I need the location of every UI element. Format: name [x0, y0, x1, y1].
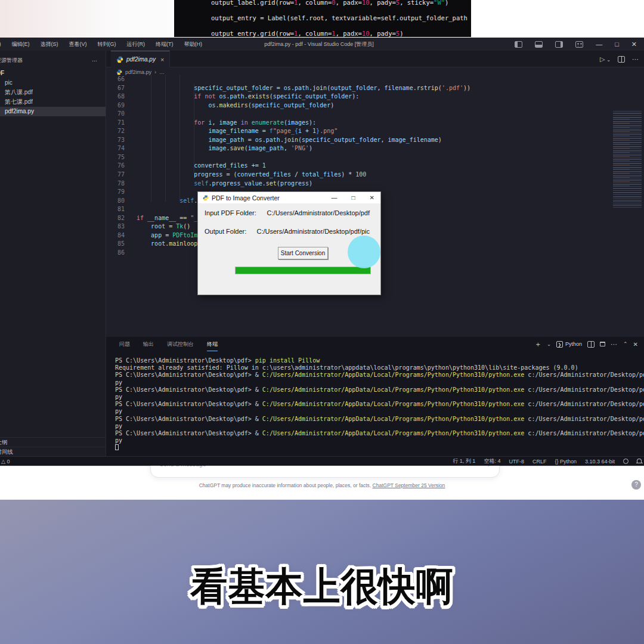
status-item[interactable]: 3.10.3 64-bit: [585, 459, 615, 465]
chatgpt-version-link[interactable]: ChatGPT September 25 Version: [373, 482, 445, 488]
help-button[interactable]: ?: [631, 480, 641, 490]
close-button[interactable]: ✕: [631, 41, 637, 48]
file-item-pdf2ima.py[interactable]: pdf2ima.py: [0, 107, 106, 116]
customize-layout-icon[interactable]: [575, 41, 583, 48]
maximize-button[interactable]: □: [615, 41, 619, 48]
status-item[interactable]: UTF-8: [509, 459, 524, 465]
menu-item[interactable]: 转到(G): [94, 41, 120, 48]
tab-pdf2ima[interactable]: pdf2ima.py ×: [111, 51, 170, 67]
code-line: 73 image_path = os.path.join(specific_ou…: [106, 136, 644, 145]
panel-tab-1[interactable]: 输出: [143, 337, 154, 351]
shell-icon: ❯: [556, 341, 563, 348]
tab-close-icon[interactable]: ×: [160, 56, 164, 63]
minimize-button[interactable]: —: [596, 41, 602, 48]
indent-guide: [151, 75, 151, 202]
file-item-pic[interactable]: pic: [0, 78, 106, 88]
terminal-dropdown-icon[interactable]: ⌄: [547, 342, 551, 347]
python-icon: [116, 69, 122, 75]
panel-tab-0[interactable]: 问题: [119, 337, 130, 351]
dialog-minimize-icon[interactable]: —: [332, 194, 338, 201]
feedback-icon[interactable]: [623, 459, 628, 464]
menu-item[interactable]: 选择(S): [36, 41, 63, 48]
dialog-close-icon[interactable]: ✕: [370, 194, 374, 201]
terminal-output[interactable]: PS C:\Users\Administrator\Desktop\pdf> p…: [115, 357, 644, 456]
split-terminal-icon[interactable]: [587, 341, 595, 348]
file-item-第八课.pdf[interactable]: 第八课.pdf: [0, 88, 106, 97]
code-line: 69 os.makedirs(specific_output_folder): [106, 101, 644, 110]
toggle-sidebar-icon[interactable]: [515, 41, 522, 48]
code-line: 78 self.progress_value.set(progress): [106, 179, 644, 188]
panel-tab-2[interactable]: 调试控制台: [167, 337, 194, 351]
video-background: 看基本上很快啊: [0, 500, 644, 644]
terminal-line: py: [115, 423, 644, 430]
terminal-line: PS C:\Users\Administrator\Desktop\pdf> &…: [115, 386, 644, 394]
start-conversion-button[interactable]: Start Conversion: [278, 247, 328, 259]
split-editor-icon[interactable]: [618, 56, 625, 63]
terminal-profile[interactable]: ❯ Python: [556, 341, 582, 348]
chatgpt-disclaimer: ChatGPT may produce inaccurate informati…: [0, 482, 644, 488]
panel-more-actions-icon[interactable]: ⋯: [611, 340, 618, 348]
menu-item[interactable]: 文件(F): [0, 41, 5, 48]
timeline-section[interactable]: ›时间线: [0, 447, 106, 456]
dialog-titlebar[interactable]: PDF to Image Converter — □ ✕: [198, 192, 380, 203]
python-icon: [116, 56, 123, 63]
code-line: 71 for i, image in enumerate(images):: [106, 119, 644, 128]
terminal-line: PS C:\Users\Administrator\Desktop\pdf> p…: [115, 357, 644, 364]
menu-item[interactable]: 运行(R): [123, 41, 150, 48]
status-item[interactable]: {} Python: [555, 459, 577, 465]
tab-label: pdf2ima.py: [126, 56, 156, 63]
new-terminal-icon[interactable]: ＋: [534, 339, 541, 349]
titlebar-controls: — □ ✕: [515, 38, 644, 51]
explorer-sidebar: 资源管理器 ⋯ PDF pic第八课.pdf第七课.pdfpdf2ima.py …: [0, 51, 106, 456]
dialog-row-value: C:/Users/Administrator/Desktop/pdf: [267, 209, 370, 216]
dialog-title: PDF to Image Converter: [212, 194, 280, 202]
problems-status[interactable]: △ 0: [1, 459, 10, 465]
maximize-panel-icon[interactable]: ⌃: [623, 341, 628, 347]
explorer-actions-icon[interactable]: ⋯: [92, 58, 97, 64]
screen: output_label.grid(row=1, column=0, padx=…: [0, 0, 644, 644]
editor-more-actions-icon[interactable]: ⋯: [632, 55, 639, 63]
toggle-secondary-sidebar-icon[interactable]: [555, 41, 563, 48]
indent-guide: [165, 75, 166, 202]
notifications-bell-icon[interactable]: [637, 459, 642, 463]
status-right-items: 行 1, 列 1空格: 4UTF-8CRLF{} Python3.10.3 64…: [453, 457, 642, 465]
dialog-row-label: Output Folder:: [205, 228, 246, 235]
vscode-titlebar: 文件(F)编辑(E)选择(S)查看(V)转到(G)运行(R)终端(T)帮助(H)…: [0, 38, 644, 51]
terminal-line: py: [115, 379, 644, 386]
kill-terminal-icon[interactable]: [600, 342, 605, 346]
chatgpt-code-block: output_label.grid(row=1, column=0, padx=…: [174, 0, 471, 37]
menu-item[interactable]: 帮助(H): [180, 41, 207, 48]
toggle-panel-icon[interactable]: [535, 41, 543, 48]
run-button[interactable]: ▷ ⌄: [600, 55, 611, 63]
terminal-line: py: [115, 394, 644, 401]
terminal-line: PS C:\Users\Administrator\Desktop\pdf> &…: [115, 430, 644, 437]
chatgpt-code-line: output_label.grid(row=1, column=0, padx=…: [211, 0, 471, 10]
file-item-第七课.pdf[interactable]: 第七课.pdf: [0, 97, 106, 107]
code-line: 72 image_filename = f"page_{i + 1}.png": [106, 127, 644, 136]
editor-tab-bar: pdf2ima.py × ▷ ⌄ ⋯: [106, 51, 644, 67]
file-tree: pic第八课.pdf第七课.pdfpdf2ima.py: [0, 78, 106, 116]
explorer-root-folder[interactable]: PDF: [0, 68, 106, 78]
menu-item[interactable]: 编辑(E): [8, 41, 34, 48]
status-item[interactable]: 空格: 4: [484, 457, 500, 465]
code-line: 67 specific_output_folder = os.path.join…: [106, 84, 644, 93]
dialog-maximize-icon[interactable]: □: [352, 194, 355, 201]
video-caption: 看基本上很快啊: [0, 561, 644, 614]
menu-item[interactable]: 终端(T): [151, 41, 178, 48]
outline-section[interactable]: ›大纲: [0, 437, 106, 447]
status-item[interactable]: 行 1, 列 1: [453, 457, 475, 465]
indent-guide: [194, 83, 194, 173]
panel-tab-3[interactable]: 终端: [207, 337, 218, 351]
code-line: 74 image.save(image_path, 'PNG'): [106, 144, 644, 153]
chatgpt-code-line: output_entry = Label(self.root, textvari…: [211, 10, 471, 26]
code-line: 77 progress = (converted_files / total_f…: [106, 171, 644, 179]
status-item[interactable]: CRLF: [532, 459, 547, 465]
terminal-line: Requirement already satisfied: Pillow in…: [115, 364, 644, 371]
explorer-header: 资源管理器: [0, 57, 23, 64]
close-panel-icon[interactable]: ✕: [633, 341, 638, 348]
terminal-cursor: [115, 444, 119, 450]
menu-item[interactable]: 查看(V): [65, 41, 91, 48]
progress-bar-fill: [236, 267, 370, 274]
minimap[interactable]: [613, 111, 642, 208]
cursor-highlight-circle: [348, 236, 380, 268]
